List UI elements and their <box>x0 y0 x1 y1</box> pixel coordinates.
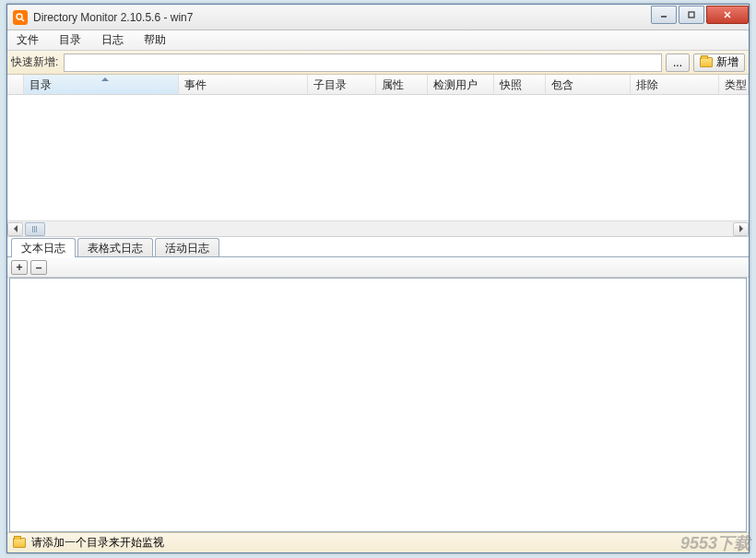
window-controls <box>649 6 749 24</box>
column-exclude[interactable]: 排除 <box>631 75 719 94</box>
directory-table: 目录 事件 子目录 属性 检测用户 快照 包含 排除 类型 <box>7 75 749 237</box>
quick-add-label: 快速新增: <box>11 54 58 70</box>
app-window: Directory Monitor 2.10.5.6 - win7 文件 目录 … <box>6 4 750 553</box>
menu-log[interactable]: 日志 <box>98 30 127 50</box>
scroll-right-button[interactable] <box>733 222 749 236</box>
add-button[interactable]: 新增 <box>693 53 745 72</box>
log-toolbar: + – <box>7 257 749 278</box>
menu-bar: 文件 目录 日志 帮助 <box>7 30 749 51</box>
column-snapshot[interactable]: 快照 <box>494 75 546 94</box>
table-header: 目录 事件 子目录 属性 检测用户 快照 包含 排除 类型 <box>7 75 749 95</box>
log-body[interactable] <box>9 278 747 532</box>
collapse-button[interactable]: – <box>30 260 47 275</box>
quick-add-bar: 快速新增: ... 新增 <box>7 51 749 75</box>
app-icon <box>13 10 28 25</box>
svg-marker-7 <box>739 225 743 232</box>
status-bar: 请添加一个目录来开始监视 <box>7 532 749 552</box>
column-subdir[interactable]: 子目录 <box>308 75 376 94</box>
table-body[interactable] <box>7 95 749 220</box>
tab-table-log[interactable]: 表格式日志 <box>77 238 153 256</box>
column-attribute[interactable]: 属性 <box>376 75 428 94</box>
column-type[interactable]: 类型 <box>719 75 749 94</box>
svg-marker-6 <box>14 225 18 232</box>
browse-button[interactable]: ... <box>666 53 690 72</box>
close-button[interactable] <box>706 6 749 24</box>
column-detect-user[interactable]: 检测用户 <box>428 75 494 94</box>
svg-rect-3 <box>689 12 694 18</box>
scroll-thumb[interactable] <box>25 222 45 236</box>
window-title: Directory Monitor 2.10.5.6 - win7 <box>33 11 649 24</box>
maximize-button[interactable] <box>679 6 704 24</box>
column-directory[interactable]: 目录 <box>24 75 179 94</box>
tab-activity-log[interactable]: 活动日志 <box>155 238 219 256</box>
menu-file[interactable]: 文件 <box>13 30 42 50</box>
tab-text-log[interactable]: 文本日志 <box>11 238 76 257</box>
svg-point-0 <box>17 14 22 19</box>
log-tabs: 文本日志 表格式日志 活动日志 <box>7 237 749 257</box>
menu-directory[interactable]: 目录 <box>55 30 85 50</box>
minimize-button[interactable] <box>651 6 677 24</box>
scroll-track[interactable] <box>23 222 733 236</box>
quick-add-input[interactable] <box>64 53 662 72</box>
column-event[interactable]: 事件 <box>179 75 308 94</box>
menu-help[interactable]: 帮助 <box>140 30 170 50</box>
title-bar: Directory Monitor 2.10.5.6 - win7 <box>7 5 749 30</box>
column-include[interactable]: 包含 <box>546 75 631 94</box>
folder-icon <box>700 57 713 67</box>
ellipsis-icon: ... <box>673 56 682 69</box>
horizontal-scrollbar <box>7 220 749 236</box>
expand-button[interactable]: + <box>11 260 28 275</box>
status-message: 请添加一个目录来开始监视 <box>31 535 164 551</box>
folder-icon <box>13 538 26 548</box>
svg-line-1 <box>22 18 25 21</box>
add-button-label: 新增 <box>716 54 738 70</box>
row-selector-column[interactable] <box>7 75 24 94</box>
scroll-left-button[interactable] <box>7 222 23 236</box>
